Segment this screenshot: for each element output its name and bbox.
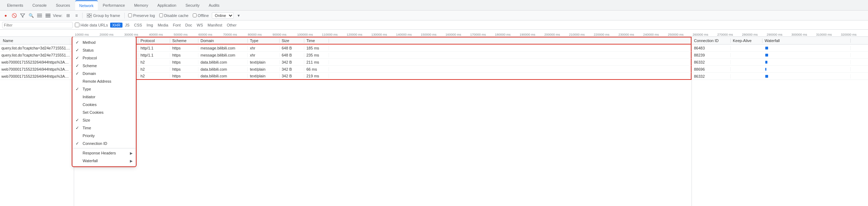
tab-network[interactable]: Network <box>75 0 98 10</box>
table-row[interactable]: GET200http/1.1httpsmessage.bilibili.comx… <box>74 45 692 52</box>
more-options-button[interactable] <box>36 12 43 19</box>
table-row[interactable]: 86332 <box>692 73 868 80</box>
throttle-dropdown-icon[interactable]: ▾ <box>235 12 242 19</box>
table-row[interactable]: GET200http/1.1httpsmessage.bilibili.comx… <box>74 52 692 59</box>
context-menu-item[interactable]: Response Headers▶ <box>73 149 136 157</box>
timeline-tick: 180000 ms <box>494 33 519 36</box>
search-button[interactable]: 🔍 <box>28 12 35 19</box>
table-row[interactable]: 88696 <box>692 66 868 73</box>
waterfall-bar <box>765 47 768 49</box>
timeline-tick: 230000 ms <box>618 33 642 36</box>
context-menu-item[interactable]: Initiator <box>73 93 136 101</box>
context-menu-item[interactable]: ✓Time <box>73 124 136 132</box>
filter-css[interactable]: CSS <box>132 23 144 28</box>
context-menu-item[interactable]: ✓Protocol <box>73 54 136 62</box>
disable-cache-checkbox[interactable] <box>159 13 163 17</box>
table-row[interactable]: POST200h2httpsdata.bilibili.comtext/plai… <box>74 59 692 66</box>
url-list-panel: Name query.list.do?captcha=3d24e77155510… <box>0 37 74 206</box>
tab-audits[interactable]: Audits <box>204 0 224 10</box>
context-menu-item[interactable]: Priority <box>73 132 136 140</box>
filter-input[interactable] <box>2 22 73 28</box>
table-row[interactable]: POST200h2httpsdata.bilibili.comtext/plai… <box>74 73 692 80</box>
record-button[interactable]: ● <box>2 12 9 19</box>
filter-ws[interactable]: WS <box>194 23 205 28</box>
view-icon-1[interactable]: ⊞ <box>65 12 72 19</box>
filter-xhr[interactable]: XHR <box>110 23 122 28</box>
group-by-frame-button[interactable]: Group by frame <box>85 13 122 18</box>
tab-memory[interactable]: Memory <box>130 0 152 10</box>
context-menu-item[interactable]: Remote Address <box>73 77 136 85</box>
clear-button[interactable]: 🚫 <box>11 12 18 19</box>
tab-security[interactable]: Security <box>181 0 204 10</box>
submenu-arrow-icon: ▶ <box>130 151 133 155</box>
timeline-tick: 60000 ms <box>198 33 222 36</box>
context-menu-item[interactable]: Waterfall▶ <box>73 157 136 165</box>
protocol-header[interactable]: Protocol <box>138 39 170 43</box>
toolbar: ● 🚫 🔍 View: ⊞ ≡ Group by f <box>0 11 868 20</box>
disable-cache-label[interactable]: Disable cache <box>159 13 188 18</box>
type-header[interactable]: Type <box>248 39 280 43</box>
offline-checkbox[interactable] <box>193 13 197 17</box>
url-text: web700001715523264i944https%3A%2F%2Fwww.… <box>1 60 72 64</box>
preserve-log-checkbox[interactable] <box>128 13 132 17</box>
tab-sources[interactable]: Sources <box>52 0 74 10</box>
size-header[interactable]: Size <box>280 39 304 43</box>
tab-performance[interactable]: Performance <box>98 0 129 10</box>
scheme-cell: https <box>170 67 198 71</box>
tab-application[interactable]: Application <box>153 0 181 10</box>
filter-button[interactable] <box>19 12 26 19</box>
table-row[interactable]: 86483 <box>692 45 868 52</box>
table-row[interactable]: 86332 <box>692 59 868 66</box>
time-header[interactable]: Time <box>304 39 329 43</box>
list-item[interactable]: web700001715523264i944https%3A%2F%2Fwww.… <box>0 73 74 80</box>
filter-other[interactable]: Other <box>225 23 239 28</box>
hide-data-urls-label[interactable]: Hide data URLs <box>75 23 108 27</box>
context-menu-item[interactable]: ✓Connection ID <box>73 140 136 147</box>
timeline-tick: 120000 ms <box>346 33 371 36</box>
extra-columns-panel: Connection ID Keep-Alive Waterfall 86483… <box>692 37 868 206</box>
timeline-tick: 160000 ms <box>445 33 469 36</box>
context-menu-item[interactable]: ✓Scheme <box>73 62 136 70</box>
svg-rect-1 <box>37 15 42 16</box>
hide-data-urls-checkbox[interactable] <box>75 23 79 27</box>
checkmark-icon: ✓ <box>76 48 79 53</box>
time-cell: 211 ms <box>304 60 329 64</box>
list-item[interactable]: query.list.do?captcha=3d24e771555106 75a… <box>0 52 74 59</box>
extra-header: Connection ID Keep-Alive Waterfall <box>692 37 868 45</box>
context-menu-item[interactable]: Cookies <box>73 101 136 108</box>
list-item[interactable]: web700001715523264i944https%3A%2F%2Fwww.… <box>0 59 74 66</box>
tab-console[interactable]: Console <box>28 0 51 10</box>
throttle-select[interactable]: Online <box>212 12 234 19</box>
context-menu-item[interactable]: Set Cookies <box>73 108 136 116</box>
waterfall-header[interactable]: Waterfall <box>762 39 851 43</box>
filter-js[interactable]: JS <box>123 23 132 28</box>
divider-1 <box>82 13 83 18</box>
list-item[interactable]: query.list.do?captcha=3d24e771555106 75a… <box>0 45 74 52</box>
context-menu-item-label: Connection ID <box>83 141 107 146</box>
view-icon-2[interactable]: ≡ <box>73 12 80 19</box>
context-menu-item[interactable]: ✓Type <box>73 85 136 93</box>
context-menu-item-label: Initiator <box>83 95 95 99</box>
view-list-button[interactable] <box>44 12 52 19</box>
filter-row: Hide data URLs XHR JS CSS Img Media Font… <box>0 20 868 30</box>
keep-alive-header[interactable]: Keep-Alive <box>731 39 762 43</box>
tab-elements[interactable]: Elements <box>3 0 28 10</box>
filter-font[interactable]: Font <box>171 23 183 28</box>
table-row[interactable]: POST200h2httpsdata.bilibili.comtext/plai… <box>74 66 692 73</box>
preserve-log-label[interactable]: Preserve log <box>128 13 155 18</box>
filter-manifest[interactable]: Manifest <box>205 23 225 28</box>
list-item[interactable]: web700001715523264i944https%3A%2F%2Fwww.… <box>0 66 74 73</box>
filter-doc[interactable]: Doc <box>183 23 194 28</box>
scheme-header[interactable]: Scheme <box>170 39 198 43</box>
filter-img[interactable]: Img <box>144 23 155 28</box>
table-row[interactable]: 88239 <box>692 52 868 59</box>
domain-header[interactable]: Domain <box>198 39 248 43</box>
context-menu-item[interactable]: ✓Domain <box>73 70 136 77</box>
context-menu-item[interactable]: ✓Size <box>73 116 136 124</box>
filter-media[interactable]: Media <box>156 23 170 28</box>
context-menu-item[interactable]: ✓Method <box>73 39 136 46</box>
offline-label[interactable]: Offline <box>193 13 209 18</box>
connection-id-header[interactable]: Connection ID <box>692 39 731 43</box>
scheme-cell: https <box>170 60 198 64</box>
context-menu-item[interactable]: ✓Status <box>73 46 136 54</box>
